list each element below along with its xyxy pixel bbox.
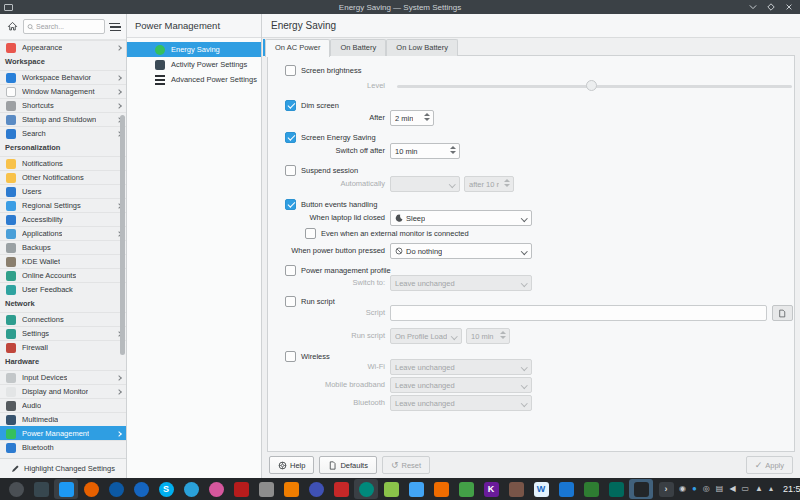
- expand-arrow-tray-icon[interactable]: ▴: [769, 485, 773, 493]
- wifi-tray-icon[interactable]: ▲: [755, 485, 763, 493]
- suspend-session-checkbox[interactable]: [285, 165, 296, 176]
- volume-tray-icon[interactable]: ◀: [729, 485, 735, 493]
- search-input[interactable]: [36, 23, 101, 30]
- sidebar-item-startup-and-shutdown[interactable]: Startup and Shutdown: [0, 112, 126, 126]
- hamburger-menu-button[interactable]: [108, 21, 122, 33]
- libreoffice-start-icon[interactable]: [379, 479, 403, 499]
- help-button[interactable]: Help: [269, 456, 314, 474]
- sidebar-item-accessibility[interactable]: Accessibility: [0, 212, 126, 226]
- blue-circle-app-icon[interactable]: [129, 479, 153, 499]
- sidebar-item-input-devices[interactable]: Input Devices: [0, 370, 126, 384]
- screen-brightness-checkbox[interactable]: [285, 65, 296, 76]
- automatically-dropdown[interactable]: [390, 176, 460, 192]
- firefox-icon[interactable]: [79, 479, 103, 499]
- sidebar-item-applications[interactable]: Applications: [0, 226, 126, 240]
- spin-arrows-icon[interactable]: [424, 113, 430, 121]
- search-box[interactable]: [23, 19, 105, 34]
- apply-button[interactable]: ✓ Apply: [746, 456, 793, 474]
- run-script-when-dropdown[interactable]: On Profile Load: [390, 328, 462, 344]
- lid-closed-dropdown[interactable]: Sleep: [390, 210, 532, 226]
- spin-arrows-icon[interactable]: [450, 146, 456, 154]
- konsole-icon[interactable]: [629, 479, 653, 499]
- sidebar-item-multimedia[interactable]: Multimedia: [0, 412, 126, 426]
- sidebar-item-user-feedback[interactable]: User Feedback: [0, 282, 126, 296]
- brightness-level-slider[interactable]: [397, 78, 792, 94]
- home-button[interactable]: [4, 19, 20, 35]
- sidebar-item-window-management[interactable]: Window Management: [0, 84, 126, 98]
- camera-app-icon[interactable]: [554, 479, 578, 499]
- bluetooth-dropdown[interactable]: Leave unchanged: [390, 395, 532, 411]
- switch-off-after-spinbox[interactable]: 10 min: [390, 143, 460, 159]
- sidebar-scrollbar[interactable]: [120, 115, 125, 355]
- power-button-dropdown[interactable]: Do nothing: [390, 243, 532, 259]
- sidebar-item-other-notifications[interactable]: Other Notifications: [0, 170, 126, 184]
- calibre-icon[interactable]: [504, 479, 528, 499]
- screen-energy-saving-checkbox[interactable]: [285, 132, 296, 143]
- sidebar-item-firewall[interactable]: Firewall: [0, 340, 126, 354]
- dim-screen-checkbox[interactable]: [285, 100, 296, 111]
- clipboard-tray-icon[interactable]: ▤: [716, 485, 724, 493]
- maximize-button[interactable]: [766, 2, 776, 12]
- sidebar-item-users[interactable]: Users: [0, 184, 126, 198]
- defaults-button[interactable]: Defaults: [319, 456, 377, 474]
- telegram-icon[interactable]: [179, 479, 203, 499]
- slider-handle[interactable]: [586, 80, 597, 91]
- highlight-changed-settings-button[interactable]: Highlight Changed Settings: [0, 458, 126, 478]
- sidebar-item-shortcuts[interactable]: Shortcuts: [0, 98, 126, 112]
- accessibility-tray-icon[interactable]: ◎: [703, 485, 710, 493]
- subpanel-item-activity-power-settings[interactable]: Activity Power Settings: [127, 57, 261, 72]
- kate-icon[interactable]: K: [479, 479, 503, 499]
- file-manager-icon[interactable]: [54, 479, 78, 499]
- power-profile-checkbox[interactable]: [285, 265, 296, 276]
- sidebar-item-settings[interactable]: Settings: [0, 326, 126, 340]
- script-path-field[interactable]: [390, 305, 767, 321]
- sidebar-item-workspace-behavior[interactable]: Workspace Behavior: [0, 70, 126, 84]
- wifi-dropdown[interactable]: Leave unchanged: [390, 359, 532, 375]
- subpanel-item-advanced-power-settings[interactable]: Advanced Power Settings: [127, 72, 261, 87]
- media-pink-app-icon[interactable]: [204, 479, 228, 499]
- krita-icon[interactable]: [229, 479, 253, 499]
- sidebar-item-bluetooth[interactable]: Bluetooth: [0, 440, 126, 454]
- minimize-button[interactable]: [748, 2, 758, 12]
- audio-editor-icon[interactable]: [329, 479, 353, 499]
- clock[interactable]: 21:57: [783, 484, 800, 494]
- overflow-chevron-icon[interactable]: ›: [654, 479, 678, 499]
- run-script-minutes-spinbox[interactable]: 10 min: [466, 328, 510, 344]
- document-blue-icon[interactable]: [404, 479, 428, 499]
- sidebar-item-audio[interactable]: Audio: [0, 398, 126, 412]
- globe-app-icon[interactable]: [354, 479, 378, 499]
- gimp-icon[interactable]: [254, 479, 278, 499]
- sidebar-item-backups[interactable]: Backups: [0, 240, 126, 254]
- kdeconnect-tray-icon[interactable]: ●: [692, 485, 697, 493]
- skype-icon[interactable]: S: [154, 479, 178, 499]
- tab-on-ac-power[interactable]: On AC Power: [265, 39, 330, 57]
- sidebar-item-connections[interactable]: Connections: [0, 312, 126, 326]
- app-launcher-icon[interactable]: [4, 479, 28, 499]
- word-icon[interactable]: W: [529, 479, 553, 499]
- sidebar-item-display-and-monitor[interactable]: Display and Monitor: [0, 384, 126, 398]
- switch-to-dropdown[interactable]: Leave unchanged: [390, 275, 532, 291]
- tab-on-battery[interactable]: On Battery: [330, 39, 386, 56]
- dim-after-spinbox[interactable]: 2 min: [390, 110, 434, 126]
- titlebar[interactable]: Energy Saving — System Settings: [0, 0, 800, 14]
- mobile-broadband-dropdown[interactable]: Leave unchanged: [390, 377, 532, 393]
- document-green-icon[interactable]: [454, 479, 478, 499]
- sidebar-item-kde-wallet[interactable]: KDE Wallet: [0, 254, 126, 268]
- external-monitor-checkbox[interactable]: [305, 228, 316, 239]
- sidebar-item-search[interactable]: Search: [0, 126, 126, 140]
- suspend-after-spinbox[interactable]: after 10 min: [464, 176, 514, 192]
- pager-icon[interactable]: [29, 479, 53, 499]
- close-button[interactable]: [784, 2, 794, 12]
- reset-button[interactable]: ↺ Reset: [382, 456, 430, 474]
- battery-tray-icon[interactable]: ▭: [742, 485, 750, 493]
- button-events-checkbox[interactable]: [285, 199, 296, 210]
- edge-icon[interactable]: [104, 479, 128, 499]
- sidebar-item-online-accounts[interactable]: Online Accounts: [0, 268, 126, 282]
- document-orange-icon[interactable]: [429, 479, 453, 499]
- headphones-app-icon[interactable]: [304, 479, 328, 499]
- sidebar-item-notifications[interactable]: Notifications: [0, 156, 126, 170]
- vlc-icon[interactable]: [279, 479, 303, 499]
- script-browse-button[interactable]: [772, 305, 793, 321]
- media-player-tray-icon[interactable]: ◉: [679, 485, 686, 493]
- sidebar-item-regional-settings[interactable]: Regional Settings: [0, 198, 126, 212]
